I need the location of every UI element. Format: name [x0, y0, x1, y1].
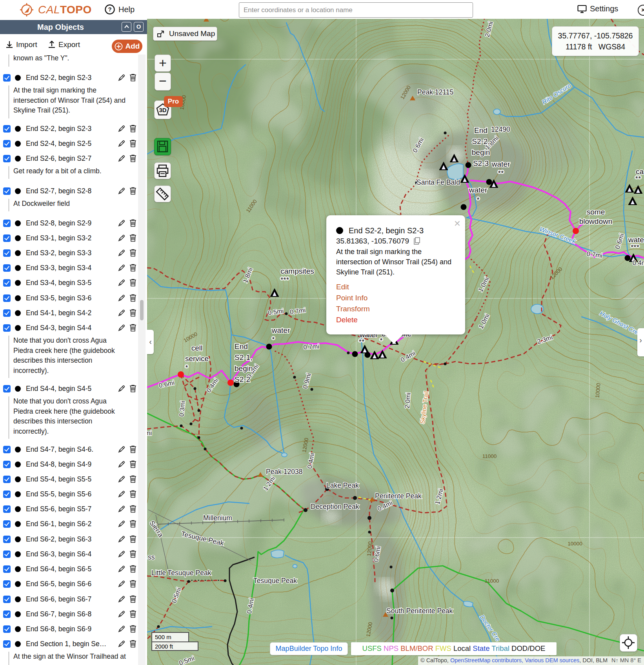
svg-text:**: **	[359, 338, 365, 346]
svg-text:**: **	[635, 174, 641, 183]
svg-text:Santa Fe Bald: Santa Fe Bald	[417, 178, 460, 186]
svg-text:Little Tesuque Peak: Little Tesuque Peak	[151, 569, 211, 577]
svg-text:South Penitente Peak: South Penitente Peak	[386, 607, 453, 615]
svg-text:Peak 12038: Peak 12038	[266, 468, 302, 476]
svg-text:2.0mi: 2.0mi	[403, 392, 411, 409]
svg-text:some: some	[587, 208, 605, 216]
svg-text:?: ?	[108, 6, 111, 13]
svg-text:campsites: campsites	[280, 267, 314, 275]
svg-text:blowdown: blowdown	[579, 217, 613, 225]
svg-text:service: service	[185, 354, 209, 363]
svg-text:11000: 11000	[482, 453, 497, 459]
svg-text:0.4mi: 0.4mi	[633, 259, 644, 266]
svg-text:*: *	[272, 335, 275, 343]
svg-text:0.7mi: 0.7mi	[147, 429, 152, 436]
svg-text:S2-3: S2-3	[473, 159, 489, 167]
svg-text:*: *	[380, 336, 383, 345]
svg-text:S2-1,: S2-1,	[235, 353, 252, 362]
svg-text:cell: cell	[191, 344, 203, 352]
svg-text:10000: 10000	[568, 541, 582, 547]
svg-text:begin: begin	[472, 148, 490, 156]
svg-text:**: **	[498, 169, 504, 177]
svg-text:water: water	[469, 186, 488, 194]
svg-text:Penitente Peak: Penitente Peak	[375, 492, 422, 500]
svg-text:Millenium: Millenium	[203, 514, 232, 522]
svg-text:*: *	[477, 196, 480, 204]
svg-text:0.7mi: 0.7mi	[303, 343, 319, 351]
svg-text:End: End	[474, 126, 488, 134]
svg-text:End: End	[235, 342, 248, 351]
svg-text:3D: 3D	[159, 107, 166, 113]
svg-text:water: water	[491, 160, 510, 168]
svg-text:12490: 12490	[491, 125, 510, 133]
svg-text:water: water	[271, 326, 290, 334]
svg-text:Lake Peak: Lake Peak	[326, 481, 359, 489]
svg-text:S2-2: S2-2	[235, 375, 250, 383]
svg-text:Peak 12115: Peak 12115	[417, 88, 453, 96]
svg-text:11000: 11000	[485, 578, 499, 584]
svg-text:Tesuque Peak: Tesuque Peak	[253, 577, 297, 585]
svg-text:begin: begin	[235, 364, 253, 372]
svg-text:Deception Peak: Deception Peak	[311, 503, 359, 511]
svg-text:***: ***	[631, 243, 640, 251]
svg-text:water: water	[628, 236, 644, 244]
svg-text:***: ***	[280, 276, 289, 284]
svg-text:ss: ss	[148, 553, 155, 561]
svg-text:S2-2,: S2-2,	[472, 137, 489, 145]
svg-text:*: *	[185, 363, 188, 372]
svg-text:0.3mi: 0.3mi	[178, 401, 186, 417]
